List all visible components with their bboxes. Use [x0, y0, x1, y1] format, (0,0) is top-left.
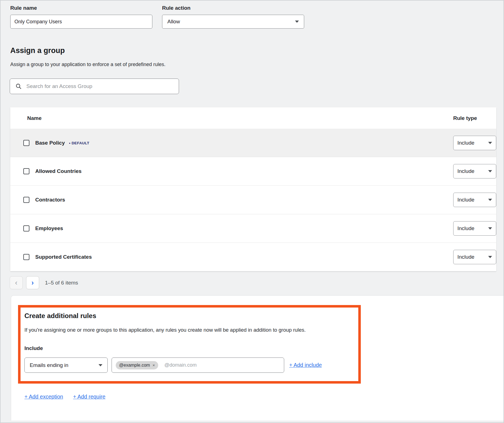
column-header-rule-type: Rule type — [453, 115, 496, 121]
rule-type-dropdown[interactable]: Include — [453, 250, 496, 264]
rule-name-label: Rule name — [10, 5, 152, 11]
group-table-body: Base Policy • DEFAULT Include Allowed Co… — [10, 129, 496, 271]
include-rule-row: Emails ending in @example.com × + Add in… — [24, 357, 353, 373]
group-name: Base Policy — [35, 140, 65, 146]
rule-type-value: Include — [457, 254, 474, 260]
add-exception-link[interactable]: + Add exception — [24, 394, 63, 400]
additional-rules-heading: Create additional rules — [24, 312, 353, 320]
prev-page-button[interactable]: ‹ — [10, 276, 23, 289]
condition-value: Emails ending in — [30, 362, 68, 368]
email-domain-input[interactable] — [164, 362, 280, 368]
table-row: Employees Include — [10, 214, 496, 243]
add-require-link[interactable]: + Add require — [73, 394, 105, 400]
group-name: Supported Certificates — [35, 254, 92, 260]
rule-action-label: Rule action — [162, 5, 304, 11]
search-input[interactable] — [26, 83, 173, 89]
row-checkbox[interactable] — [23, 225, 29, 231]
group-name: Employees — [35, 225, 63, 231]
rule-type-value: Include — [457, 225, 474, 231]
column-header-name: Name — [10, 115, 42, 121]
rule-type-dropdown[interactable]: Include — [453, 136, 496, 150]
chevron-down-icon — [99, 364, 102, 366]
default-badge: • DEFAULT — [69, 141, 89, 145]
rule-type-value: Include — [457, 140, 474, 146]
access-group-search[interactable] — [10, 79, 179, 94]
additional-rules-description: If you're assigning one or more groups t… — [24, 327, 353, 333]
access-rule-page: { "form": { "rule_name": { "label": "Rul… — [0, 0, 504, 423]
rules-panel: Create additional rules If you're assign… — [11, 295, 504, 421]
table-header: Name Rule type — [10, 107, 496, 129]
assign-group-description: Assign a group to your application to en… — [10, 62, 503, 67]
rule-type-dropdown[interactable]: Include — [453, 164, 496, 178]
add-include-link[interactable]: + Add include — [289, 362, 322, 368]
chevron-down-icon — [295, 21, 299, 23]
rule-action-value: Allow — [167, 19, 180, 25]
email-chip-label: @example.com — [119, 363, 150, 368]
next-page-button[interactable]: › — [26, 276, 39, 289]
table-row: Supported Certificates Include — [10, 243, 496, 271]
remove-chip-icon[interactable]: × — [152, 363, 155, 367]
chevron-down-icon — [488, 227, 492, 230]
rule-type-value: Include — [457, 168, 474, 174]
rule-type-dropdown[interactable]: Include — [453, 221, 496, 236]
group-name: Allowed Countries — [35, 168, 82, 174]
row-checkbox[interactable] — [23, 197, 29, 203]
rule-action-field: Rule action Allow — [162, 5, 304, 29]
email-chip: @example.com × — [116, 361, 158, 369]
row-checkbox[interactable] — [23, 140, 29, 146]
table-row: Allowed Countries Include — [10, 157, 496, 185]
table-row: Base Policy • DEFAULT Include — [10, 129, 496, 157]
bottom-links: + Add exception + Add require — [24, 394, 504, 400]
chevron-down-icon — [488, 142, 492, 144]
rule-type-value: Include — [457, 197, 474, 203]
rule-action-dropdown[interactable]: Allow — [162, 15, 304, 29]
pagination: ‹ › 1–5 of 6 items — [10, 276, 503, 289]
chevron-down-icon — [488, 256, 492, 258]
chevron-down-icon — [488, 199, 492, 201]
condition-dropdown[interactable]: Emails ending in — [24, 357, 108, 373]
rule-name-input[interactable] — [10, 15, 152, 29]
email-domain-input-wrap[interactable]: @example.com × — [112, 357, 284, 373]
rule-form: Rule name Rule action Allow — [10, 5, 503, 29]
table-row: Contractors Include — [10, 185, 496, 214]
pagination-label: 1–5 of 6 items — [45, 280, 78, 286]
access-group-table: Name Rule type Base Policy • DEFAULT Inc… — [10, 107, 496, 271]
rule-type-dropdown[interactable]: Include — [453, 193, 496, 207]
group-name: Contractors — [35, 197, 65, 203]
include-label: Include — [24, 345, 353, 351]
chevron-down-icon — [488, 170, 492, 172]
search-icon — [16, 83, 22, 89]
rule-name-field: Rule name — [10, 5, 152, 29]
assign-group-heading: Assign a group — [10, 46, 503, 55]
row-checkbox[interactable] — [23, 168, 29, 174]
row-checkbox[interactable] — [23, 254, 29, 260]
create-additional-rules-box: Create additional rules If you're assign… — [18, 305, 361, 384]
